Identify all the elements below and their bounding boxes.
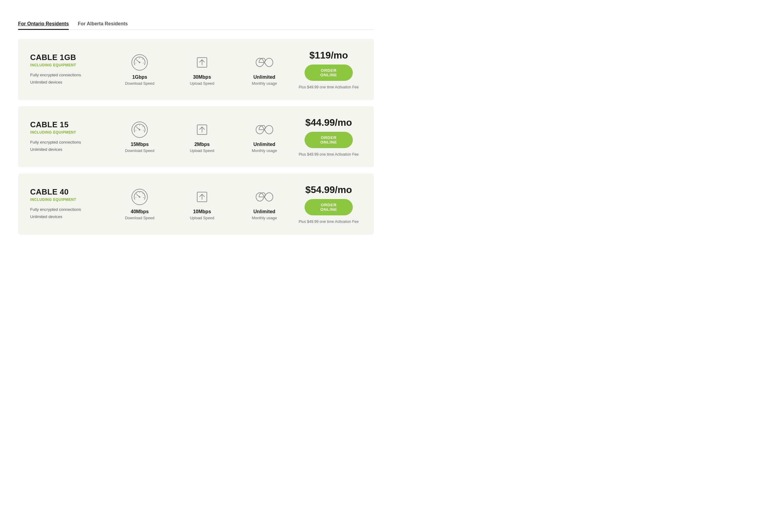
- download-speed-value: 40Mbps: [131, 209, 149, 215]
- activation-fee: Plus $49.99 one time Activation Fee: [299, 85, 359, 89]
- plan-specs-cable-40: 40Mbps Download Speed 10Mbps Upload Spee…: [109, 188, 296, 220]
- plan-card-cable-1gb: CABLE 1GB INCLUDING EQUIPMENT Fully encr…: [18, 39, 374, 100]
- download-speed-label: Download Speed: [125, 148, 155, 153]
- plan-feature: Unlimited devices: [30, 213, 109, 221]
- upload-spec-cable-1gb: 30Mbps Upload Speed: [171, 53, 233, 86]
- upload-icon: [193, 121, 211, 139]
- upload-speed-value: 2Mbps: [195, 142, 210, 147]
- order-button-cable-40[interactable]: ORDER ONLINE: [305, 199, 353, 215]
- upload-speed-label: Upload Speed: [190, 81, 214, 86]
- order-button-cable-15[interactable]: ORDER ONLINE: [305, 132, 353, 148]
- usage-label: Monthly usage: [252, 148, 277, 153]
- plan-equipment-cable-40: INCLUDING EQUIPMENT: [30, 198, 109, 202]
- plan-pricing-cable-40: $54.99/mo ORDER ONLINE Plus $49.99 one t…: [296, 184, 362, 224]
- download-speed-value: 1Gbps: [132, 75, 147, 80]
- svg-line-6: [136, 59, 137, 59]
- plan-feature: Fully encrypted connections: [30, 139, 109, 146]
- svg-point-2: [139, 62, 141, 63]
- plan-specs-cable-15: 15Mbps Download Speed 2Mbps Upload Speed: [109, 121, 296, 153]
- tab-ontario[interactable]: For Ontario Residents: [18, 21, 69, 30]
- tab-bar: For Ontario Residents For Alberta Reside…: [18, 21, 374, 30]
- usage-spec-cable-15: Unlimited Monthly usage: [233, 121, 296, 153]
- upload-speed-label: Upload Speed: [190, 148, 214, 153]
- speedometer-icon: [131, 53, 149, 72]
- upload-spec-cable-40: 10Mbps Upload Speed: [171, 188, 233, 220]
- order-button-cable-1gb[interactable]: ORDER ONLINE: [305, 64, 353, 81]
- usage-value: Unlimited: [253, 209, 275, 215]
- upload-icon: [193, 53, 211, 72]
- download-speed-label: Download Speed: [125, 81, 155, 86]
- svg-line-27: [142, 193, 143, 194]
- usage-spec-cable-40: Unlimited Monthly usage: [233, 188, 296, 220]
- upload-spec-cable-15: 2Mbps Upload Speed: [171, 121, 233, 153]
- unlimited-icon: [255, 121, 274, 139]
- plan-pricing-cable-1gb: $119/mo ORDER ONLINE Plus $49.99 one tim…: [296, 50, 362, 89]
- plan-features-cable-1gb: Fully encrypted connectionsUnlimited dev…: [30, 72, 109, 86]
- plan-specs-cable-1gb: 1Gbps Download Speed 30Mbps Upload Speed: [109, 53, 296, 86]
- usage-value: Unlimited: [253, 142, 275, 147]
- usage-label: Monthly usage: [252, 216, 277, 220]
- plan-price: $119/mo: [309, 50, 348, 61]
- unlimited-icon: [255, 53, 274, 72]
- tab-alberta[interactable]: For Alberta Residents: [78, 21, 128, 30]
- plan-name-cable-40: CABLE 40: [30, 188, 109, 196]
- unlimited-icon: [255, 188, 274, 206]
- download-speed-value: 15Mbps: [131, 142, 149, 147]
- speedometer-icon: [131, 121, 149, 139]
- plan-info-cable-15: CABLE 15 INCLUDING EQUIPMENT Fully encry…: [30, 120, 109, 153]
- usage-value: Unlimited: [253, 75, 275, 80]
- download-spec-cable-1gb: 1Gbps Download Speed: [109, 53, 171, 86]
- plan-equipment-cable-15: INCLUDING EQUIPMENT: [30, 130, 109, 135]
- plan-feature: Fully encrypted connections: [30, 206, 109, 213]
- plan-info-cable-40: CABLE 40 INCLUDING EQUIPMENT Fully encry…: [30, 188, 109, 221]
- plan-equipment-cable-1gb: INCLUDING EQUIPMENT: [30, 63, 109, 67]
- download-spec-cable-15: 15Mbps Download Speed: [109, 121, 171, 153]
- plans-list: CABLE 1GB INCLUDING EQUIPMENT Fully encr…: [18, 39, 374, 235]
- upload-speed-value: 30Mbps: [193, 75, 211, 80]
- plan-features-cable-40: Fully encrypted connectionsUnlimited dev…: [30, 206, 109, 221]
- upload-icon: [193, 188, 211, 206]
- svg-point-12: [139, 129, 141, 131]
- download-speed-label: Download Speed: [125, 216, 155, 220]
- plan-price: $54.99/mo: [305, 184, 352, 195]
- plan-features-cable-15: Fully encrypted connectionsUnlimited dev…: [30, 139, 109, 153]
- plan-pricing-cable-15: $44.99/mo ORDER ONLINE Plus $49.99 one t…: [296, 117, 362, 157]
- plan-feature: Unlimited devices: [30, 146, 109, 153]
- plan-feature: Fully encrypted connections: [30, 72, 109, 79]
- usage-spec-cable-1gb: Unlimited Monthly usage: [233, 53, 296, 86]
- svg-line-17: [142, 126, 143, 127]
- plan-card-cable-40: CABLE 40 INCLUDING EQUIPMENT Fully encry…: [18, 173, 374, 235]
- plan-feature: Unlimited devices: [30, 79, 109, 86]
- plan-price: $44.99/mo: [305, 117, 352, 128]
- speedometer-icon: [131, 188, 149, 206]
- usage-label: Monthly usage: [252, 81, 277, 86]
- svg-line-16: [136, 126, 137, 127]
- svg-line-26: [136, 193, 137, 194]
- activation-fee: Plus $49.99 one time Activation Fee: [299, 152, 359, 157]
- upload-speed-label: Upload Speed: [190, 216, 214, 220]
- svg-point-22: [139, 196, 141, 198]
- plan-name-cable-15: CABLE 15: [30, 120, 109, 129]
- svg-line-7: [142, 59, 143, 59]
- upload-speed-value: 10Mbps: [193, 209, 211, 215]
- plan-card-cable-15: CABLE 15 INCLUDING EQUIPMENT Fully encry…: [18, 106, 374, 167]
- plan-info-cable-1gb: CABLE 1GB INCLUDING EQUIPMENT Fully encr…: [30, 53, 109, 86]
- activation-fee: Plus $49.99 one time Activation Fee: [299, 220, 359, 224]
- plan-name-cable-1gb: CABLE 1GB: [30, 53, 109, 62]
- download-spec-cable-40: 40Mbps Download Speed: [109, 188, 171, 220]
